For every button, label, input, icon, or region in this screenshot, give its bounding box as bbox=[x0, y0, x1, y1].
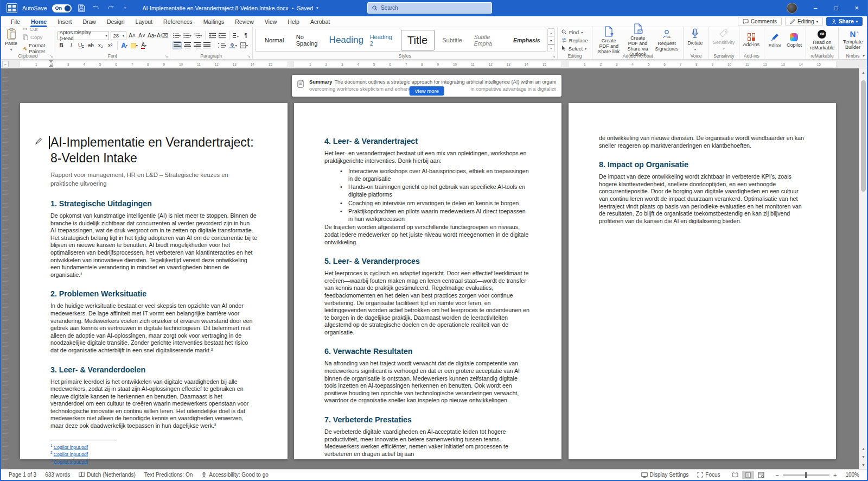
section-7-heading[interactable]: 7. Verbeterde Prestaties bbox=[324, 415, 531, 424]
accessibility-status[interactable]: Accessibility: Good to go bbox=[197, 470, 273, 480]
style-heading2[interactable]: Heading 2 bbox=[366, 30, 400, 50]
search-box[interactable] bbox=[367, 2, 492, 14]
footnote-link[interactable]: Copilot input.pdf bbox=[54, 445, 88, 450]
proofing-language[interactable]: Dutch (Netherlands) bbox=[74, 470, 139, 480]
tab-design[interactable]: Design bbox=[101, 16, 130, 27]
section-6-body[interactable]: Na afronding van het traject wordt verwa… bbox=[324, 360, 531, 404]
web-layout-button[interactable] bbox=[755, 471, 767, 479]
create-pdf-share-link-button[interactable]: Create PDF and Share link bbox=[595, 26, 623, 55]
read-on-remarkable-button[interactable]: rM Read on reMarkable bbox=[808, 29, 836, 51]
request-signatures-button[interactable]: Request Signatures bbox=[653, 28, 681, 52]
tab-help[interactable]: Help bbox=[282, 16, 305, 27]
zoom-in-button[interactable]: + bbox=[833, 472, 837, 478]
multilevel-list-button[interactable]: ▾ bbox=[194, 31, 202, 40]
autosave-toggle[interactable]: On bbox=[52, 4, 72, 12]
bold-button[interactable]: B bbox=[58, 41, 66, 49]
italic-button[interactable]: I bbox=[67, 41, 75, 49]
scroll-down-icon[interactable]: ▼ bbox=[859, 461, 867, 469]
editing-mode-button[interactable]: Editing▾ bbox=[785, 17, 823, 26]
addins-button[interactable]: Add-ins bbox=[742, 33, 762, 48]
document-page-2[interactable]: 4. Leer- & Verandertraject Het leer- en … bbox=[294, 103, 561, 459]
change-case-button[interactable]: Aa▾ bbox=[148, 31, 156, 40]
app-launcher-icon[interactable] bbox=[7, 3, 17, 13]
replace-button[interactable]: Replace bbox=[560, 37, 590, 44]
underline-button[interactable]: U▾ bbox=[77, 41, 85, 49]
vertical-scrollbar[interactable]: ▲ ▲ ▼ ▼ bbox=[859, 68, 867, 469]
tab-draw[interactable]: Draw bbox=[77, 16, 101, 27]
editor-button[interactable]: Editor bbox=[767, 32, 783, 49]
numbered-list-button[interactable]: ▾ bbox=[183, 31, 192, 40]
find-button[interactable]: Find▾ bbox=[560, 29, 590, 36]
style-emphasis[interactable]: Emphasis bbox=[510, 30, 544, 50]
next-page-icon[interactable]: ▼ bbox=[859, 453, 867, 461]
line-spacing-button[interactable]: ▾ bbox=[217, 41, 227, 49]
collapse-ribbon-icon[interactable]: ▾ bbox=[863, 53, 865, 58]
read-mode-button[interactable] bbox=[729, 471, 741, 479]
horizontal-ruler[interactable]: ⌐ 123456789101112131415 1234567891011121… bbox=[1, 60, 867, 68]
redo-icon[interactable] bbox=[106, 3, 116, 13]
section-1-body[interactable]: De opkomst van kunstmatige intelligentie… bbox=[50, 212, 257, 279]
document-page-3[interactable]: de ontwikkeling van nieuwe diensten. De … bbox=[569, 103, 836, 459]
tab-review[interactable]: Review bbox=[229, 16, 259, 27]
bullet-item[interactable]: Praktijkopdrachten en pilots waarin mede… bbox=[348, 208, 531, 223]
search-input[interactable] bbox=[381, 5, 473, 11]
paragraph-dialog-launcher-icon[interactable]: ↘ bbox=[247, 54, 251, 59]
save-icon[interactable] bbox=[76, 3, 86, 13]
section-8-heading[interactable]: 8. Impact op Organisatie bbox=[599, 160, 806, 169]
minimize-button[interactable]: – bbox=[805, 0, 826, 16]
sensitivity-button[interactable]: Sensitivity ▾ bbox=[711, 28, 737, 52]
superscript-button[interactable]: x² bbox=[106, 41, 114, 49]
font-size-combo[interactable]: 28▾ bbox=[111, 31, 126, 40]
tab-mailings[interactable]: Mailings bbox=[198, 16, 230, 27]
previous-page-icon[interactable]: ▲ bbox=[859, 445, 867, 453]
doc-subtitle[interactable]: Rapport voor management, HR en L&D – Str… bbox=[50, 171, 257, 188]
scrollbar-thumb[interactable] bbox=[861, 80, 866, 192]
increase-indent-button[interactable] bbox=[218, 31, 226, 40]
share-button[interactable]: Share▾ bbox=[826, 17, 863, 26]
show-formatting-button[interactable]: ¶ bbox=[242, 31, 250, 40]
section-4-heading[interactable]: 4. Leer- & Verandertraject bbox=[324, 137, 531, 145]
style-normal[interactable]: Normal bbox=[258, 30, 291, 50]
comments-button[interactable]: Comments bbox=[738, 17, 782, 26]
font-dialog-launcher-icon[interactable]: ↘ bbox=[165, 54, 168, 59]
section-3-heading[interactable]: 3. Leer- & Veranderdoelen bbox=[50, 365, 257, 374]
close-button[interactable]: × bbox=[846, 0, 867, 16]
copy-button[interactable]: Copy bbox=[21, 34, 53, 41]
bullet-item[interactable]: Hands-on trainingen gericht op het gebru… bbox=[348, 183, 531, 198]
bullet-list-button[interactable]: ▾ bbox=[173, 31, 181, 40]
section-4-intro[interactable]: Het leer- en verandertraject bestaat uit… bbox=[324, 150, 531, 164]
shading-button[interactable]: ▾ bbox=[228, 41, 238, 49]
zoom-slider-thumb[interactable] bbox=[805, 472, 807, 478]
tab-insert[interactable]: Insert bbox=[52, 16, 77, 27]
justify-button[interactable] bbox=[203, 41, 211, 49]
align-left-button[interactable] bbox=[173, 41, 182, 49]
zoom-percentage[interactable]: 100% bbox=[841, 470, 864, 480]
text-effects-button[interactable]: A▾ bbox=[120, 41, 129, 49]
section-4-outro[interactable]: De trajecten worden afgestemd op verschi… bbox=[324, 224, 531, 246]
section-2-heading[interactable]: 2. Problemen Werksituatie bbox=[50, 289, 257, 298]
text-predictions[interactable]: Text Predictions: On bbox=[140, 470, 197, 480]
font-color-button[interactable]: A▾ bbox=[140, 41, 148, 49]
section-7-body[interactable]: De verbeterde digitale vaardigheden en A… bbox=[324, 428, 531, 458]
style-subtitle[interactable]: Subtitle bbox=[436, 30, 469, 50]
word-count[interactable]: 633 words bbox=[41, 470, 74, 480]
style-title[interactable]: Title bbox=[401, 30, 435, 50]
section-7-continuation[interactable]: de ontwikkeling van nieuwe diensten. De … bbox=[599, 135, 806, 149]
template-builder-button[interactable]: N Template Builder bbox=[841, 30, 865, 50]
grow-font-button[interactable]: A˄ bbox=[128, 31, 136, 40]
subscript-button[interactable]: x₂ bbox=[97, 41, 105, 49]
section-6-heading[interactable]: 6. Verwachte Resultaten bbox=[324, 347, 531, 356]
shrink-font-button[interactable]: A˅ bbox=[138, 31, 146, 40]
copilot-button[interactable]: Copilot bbox=[785, 33, 803, 48]
margin-pen-icon[interactable] bbox=[35, 137, 42, 147]
paste-button[interactable]: Paste ▾ bbox=[3, 27, 19, 53]
clipboard-dialog-launcher-icon[interactable]: ↘ bbox=[50, 54, 53, 59]
styles-dialog-launcher-icon[interactable]: ↘ bbox=[552, 54, 556, 59]
align-right-button[interactable] bbox=[193, 41, 201, 49]
align-center-button[interactable] bbox=[183, 41, 192, 49]
section-1-heading[interactable]: 1. Strategische Uitdagingen bbox=[50, 199, 257, 208]
sort-button[interactable] bbox=[232, 31, 240, 40]
tab-references[interactable]: References bbox=[158, 16, 198, 27]
customize-quick-access-icon[interactable]: ▾ bbox=[120, 3, 130, 13]
scroll-up-icon[interactable]: ▲ bbox=[859, 68, 867, 77]
